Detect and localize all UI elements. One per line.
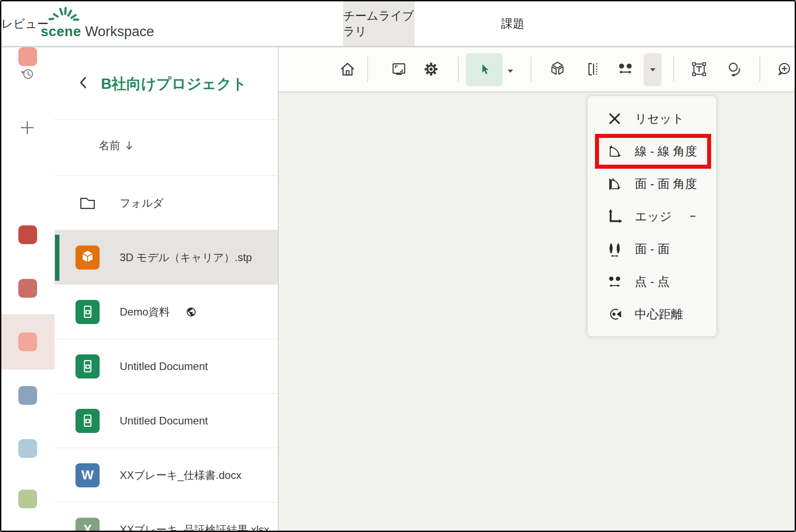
color-chip[interactable]	[18, 225, 37, 244]
sort-header[interactable]: 名前	[99, 136, 134, 155]
app-window: scene Workspace チームライブラリ課題レビュー	[0, 0, 796, 532]
settings-gear-icon[interactable]	[420, 58, 442, 80]
toolbar-divider	[458, 57, 459, 82]
toolbar-divider	[531, 57, 532, 82]
menu-item[interactable]: 点 - 点	[587, 265, 716, 298]
nav-tab[interactable]: 課題	[473, 1, 553, 46]
menu-item-label: 点 - 点	[635, 274, 670, 290]
face-face-icon	[605, 240, 624, 258]
file-row[interactable]: フォルダ	[54, 175, 278, 230]
file-name: 3D モデル（キャリア）.stp	[120, 250, 252, 265]
word-file-icon: W	[75, 463, 100, 487]
file-panel: B社向けプロジェクト 名前	[54, 47, 279, 531]
main-tabs: チームライブラリ課題レビュー	[1, 1, 795, 46]
orbit-rotate-icon[interactable]	[724, 58, 746, 80]
panel-header: B社向けプロジェクト	[54, 47, 278, 120]
measure-dropdown-menu: リセット	[587, 96, 717, 337]
home-icon[interactable]	[337, 58, 358, 80]
document-icon	[75, 354, 100, 378]
menu-item-label: 面 - 面 角度	[635, 176, 697, 192]
toolbar-divider	[367, 57, 368, 82]
edge-icon	[605, 207, 624, 226]
file-row[interactable]: Untitled Document	[54, 393, 278, 448]
toolbar-divider	[673, 57, 674, 82]
center-distance-icon	[605, 305, 624, 324]
file-name: XXブレーキ_品証検証結果.xlsx	[120, 523, 269, 531]
file-name: XXブレーキ_仕様書.docx	[120, 468, 241, 482]
cursor-icon	[475, 61, 493, 79]
point-point-icon	[605, 272, 624, 291]
menu-item-label: 線 - 線 角度	[635, 143, 697, 159]
select-cursor-button[interactable]	[466, 53, 503, 86]
file-name: フォルダ	[120, 196, 163, 210]
menu-item-label: 中心距離	[635, 306, 683, 322]
measure-icon[interactable]	[615, 58, 636, 80]
back-chevron-icon[interactable]	[79, 76, 87, 89]
line-line-angle-icon	[605, 142, 624, 161]
file-name: Untitled Document	[120, 415, 208, 427]
menu-item[interactable]: 面 - 面	[587, 233, 716, 265]
color-chip-list	[1, 47, 54, 531]
file-row[interactable]: W XXブレーキ_仕様書.docx	[54, 448, 278, 502]
nav-tab[interactable]: レビュー	[1, 1, 49, 46]
file-row[interactable]: X XXブレーキ_品証検証結果.xlsx	[54, 502, 278, 531]
file-list: フォルダ 3D モデル（キャリア）.stp	[54, 175, 278, 531]
file-row[interactable]: Demo資料	[54, 284, 278, 339]
color-chip[interactable]	[18, 332, 37, 351]
left-rail	[1, 47, 55, 531]
section-plane-icon[interactable]	[582, 58, 604, 80]
text-box-icon[interactable]	[688, 58, 710, 80]
face-face-angle-icon	[605, 175, 624, 193]
menu-item-label: エッジ	[635, 208, 672, 224]
color-chip[interactable]	[18, 439, 37, 458]
file-name: Untitled Document	[120, 360, 208, 373]
cursor-dropdown-caret-icon[interactable]	[507, 67, 514, 75]
menu-item[interactable]: リセット	[587, 102, 716, 135]
menu-item[interactable]: 面 - 面 角度	[587, 167, 716, 200]
top-nav-bar: scene Workspace チームライブラリ課題レビュー	[1, 1, 795, 47]
toolbar-divider	[759, 57, 760, 82]
document-icon	[75, 409, 100, 433]
file-name: Demo資料	[120, 305, 170, 319]
fit-screen-icon[interactable]	[388, 58, 410, 80]
3d-view-cube-icon[interactable]	[547, 58, 568, 80]
color-chip[interactable]	[18, 47, 37, 66]
excel-file-icon: X	[75, 518, 100, 531]
sort-down-arrow-icon	[125, 140, 134, 151]
viewer-canvas[interactable]: リセット	[279, 47, 795, 531]
folder-icon	[75, 191, 100, 215]
document-icon	[75, 300, 100, 324]
3d-model-icon	[75, 245, 100, 270]
reset-icon	[605, 109, 624, 128]
color-chip[interactable]	[18, 386, 37, 405]
menu-item-label: リセット	[635, 111, 684, 127]
add-annotation-icon[interactable]	[774, 58, 795, 80]
selected-row-bar	[55, 235, 59, 281]
file-row[interactable]: Untitled Document	[54, 339, 278, 393]
submenu-dash-icon	[690, 216, 695, 217]
menu-item-label: 面 - 面	[635, 241, 670, 257]
color-chip[interactable]	[18, 490, 37, 508]
project-title: B社向けプロジェクト	[101, 74, 247, 94]
globe-icon	[186, 307, 197, 317]
menu-item[interactable]: エッジ	[587, 200, 716, 233]
file-row[interactable]: 3D モデル（キャリア）.stp	[54, 230, 278, 284]
viewer-toolbar	[279, 47, 795, 92]
color-chip[interactable]	[18, 279, 37, 298]
sort-label: 名前	[99, 138, 120, 153]
menu-item[interactable]: 線 - 線 角度	[587, 135, 716, 167]
menu-item[interactable]: 中心距離	[587, 298, 716, 330]
measure-dropdown-caret-icon[interactable]	[644, 53, 662, 86]
nav-tab[interactable]: チームライブラリ	[343, 1, 415, 46]
